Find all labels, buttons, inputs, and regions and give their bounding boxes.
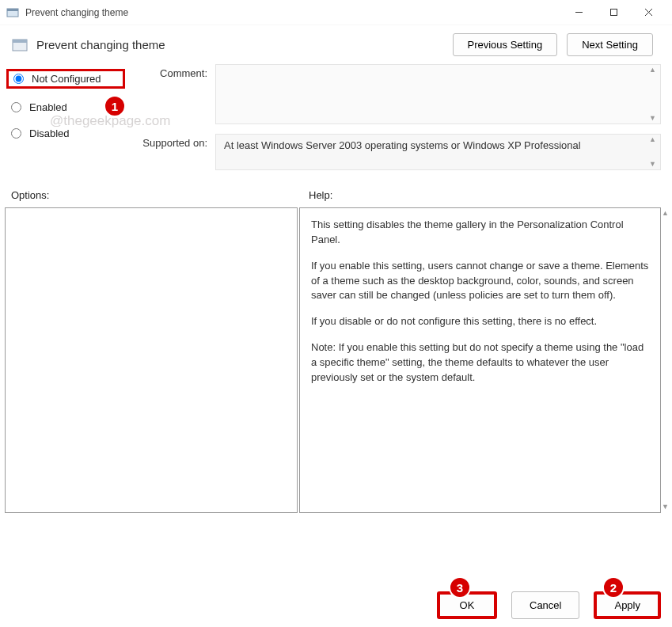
comment-textbox[interactable]: ▲▼ [215,64,661,124]
radio-not-configured-input[interactable] [13,74,24,84]
radio-disabled-input[interactable] [11,128,21,139]
options-panel [5,207,298,513]
policy-icon [11,36,28,54]
policy-title: Prevent changing theme [36,38,453,51]
svg-rect-1 [7,9,18,11]
help-p1: This setting disables the theme gallery … [311,218,649,248]
help-p2: If you enable this setting, users cannot… [311,259,649,304]
help-p4: Note: If you enable this setting but do … [311,340,649,386]
radio-not-configured[interactable]: Not Configured [6,69,125,89]
help-p3: If you disable or do not configure this … [311,314,649,329]
annotation-2: 2 [602,576,625,598]
annotation-3: 3 [449,576,471,598]
maximize-button[interactable] [596,1,631,25]
window-controls [561,1,666,25]
supported-on-textbox: At least Windows Server 2003 operating s… [215,134,661,170]
help-scroll[interactable]: ▲▼ [662,208,671,512]
comment-label: Comment: [128,64,207,79]
minimize-button[interactable] [561,1,596,25]
next-setting-button[interactable]: Next Setting [567,33,653,56]
policy-header: Prevent changing theme Previous Setting … [0,25,672,61]
radio-disabled-label: Disabled [29,127,70,139]
cancel-button[interactable]: Cancel [511,591,579,619]
annotation-1: 1 [104,95,126,117]
window-title: Prevent changing theme [25,7,561,18]
radio-enabled-input[interactable] [11,102,21,112]
app-icon [6,6,19,19]
help-panel: This setting disables the theme gallery … [299,207,661,513]
previous-setting-button[interactable]: Previous Setting [453,33,558,56]
apply-button[interactable]: Apply [594,591,661,619]
title-bar: Prevent changing theme [0,0,672,25]
comment-scroll[interactable]: ▲▼ [649,66,659,122]
svg-rect-7 [13,40,27,43]
supported-on-text: At least Windows Server 2003 operating s… [224,139,581,151]
dialog-footer: OK Cancel Apply [437,591,661,619]
help-label: Help: [309,189,332,201]
radio-not-configured-label: Not Configured [32,73,101,85]
radio-disabled[interactable]: Disabled [6,126,125,141]
supported-scroll[interactable]: ▲▼ [649,136,659,168]
supported-on-label: Supported on: [128,134,207,149]
radio-enabled-label: Enabled [29,101,67,113]
options-label: Options: [11,189,302,201]
svg-rect-3 [610,10,617,16]
close-button[interactable] [631,1,666,25]
